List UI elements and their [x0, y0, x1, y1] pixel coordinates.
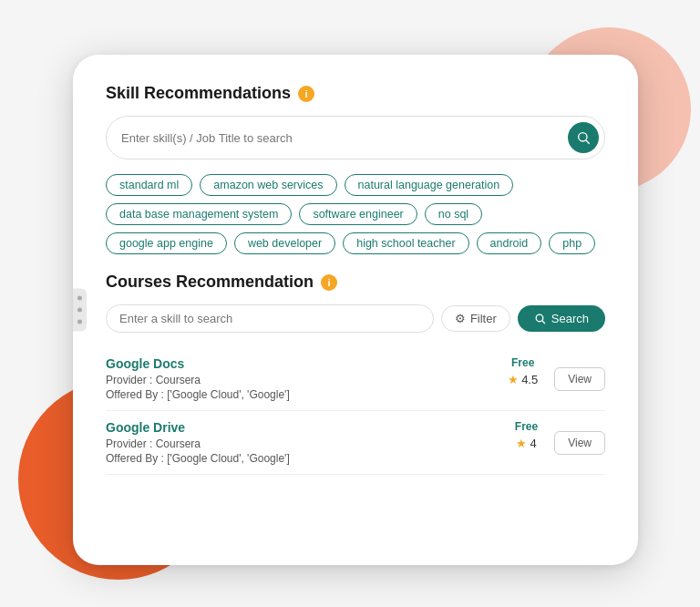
courses-section-header: Courses Recommendation i: [106, 273, 605, 292]
star-icon: ★: [508, 373, 519, 386]
skill-tag[interactable]: android: [477, 232, 542, 254]
courses-search-bar-container: [106, 304, 434, 333]
svg-line-1: [586, 140, 590, 144]
skill-tag[interactable]: google app engine: [106, 232, 227, 254]
courses-title-text: Courses Recommendation: [106, 273, 314, 292]
courses-search-button[interactable]: Search: [518, 305, 605, 332]
skill-tag[interactable]: amazon web services: [200, 174, 336, 196]
courses-search-input[interactable]: [119, 312, 420, 325]
rating-value: 4: [530, 437, 536, 450]
device-frame: Skill Recommendations i standard ml amaz…: [73, 55, 638, 565]
skill-tag[interactable]: natural language generation: [345, 174, 514, 196]
skill-tag[interactable]: standard ml: [106, 174, 192, 196]
course-rating: ★ 4.5: [508, 373, 538, 386]
skill-info-badge[interactable]: i: [298, 86, 314, 102]
course-offered-by: Offered By : ['Google Cloud', 'Google']: [106, 388, 491, 401]
search-btn-label: Search: [551, 312, 589, 325]
device-sidebar: [73, 289, 87, 332]
course-view-button[interactable]: View: [554, 367, 605, 391]
course-title: Google Docs: [106, 356, 491, 371]
filter-label: Filter: [470, 312, 497, 325]
filter-button[interactable]: ⚙ Filter: [441, 305, 510, 332]
sidebar-dot: [77, 320, 82, 324]
course-item: Google Drive Provider : Coursera Offered…: [106, 411, 605, 475]
course-price: Free: [511, 356, 534, 369]
skill-tag[interactable]: web developer: [234, 232, 335, 254]
search-icon: [576, 130, 591, 145]
sidebar-dot: [77, 308, 82, 313]
courses-search-row: ⚙ Filter Search: [106, 304, 605, 333]
rating-value: 4.5: [521, 373, 538, 386]
skill-tag[interactable]: software engineer: [299, 203, 417, 225]
skill-tag[interactable]: high school teacher: [343, 232, 468, 254]
course-provider: Provider : Coursera: [106, 437, 499, 450]
course-meta: Free ★ 4.5: [508, 356, 538, 386]
star-icon: ★: [516, 437, 527, 450]
skill-search-input[interactable]: [121, 131, 568, 145]
search-icon: [534, 313, 546, 324]
courses-section-title: Courses Recommendation i: [106, 273, 337, 292]
course-offered-by: Offered By : ['Google Cloud', 'Google']: [106, 452, 499, 465]
course-info: Google Docs Provider : Coursera Offered …: [106, 356, 491, 401]
svg-point-0: [579, 133, 587, 141]
skill-section-header: Skill Recommendations i: [106, 84, 605, 103]
course-title: Google Drive: [106, 420, 499, 435]
svg-point-2: [536, 314, 543, 322]
course-price: Free: [515, 420, 538, 433]
course-view-button[interactable]: View: [554, 431, 605, 455]
skill-tags-container: standard ml amazon web services natural …: [106, 174, 605, 254]
skill-tag[interactable]: no sql: [425, 203, 482, 225]
skill-tag[interactable]: data base management system: [106, 203, 292, 225]
courses-info-badge[interactable]: i: [321, 274, 337, 291]
svg-line-3: [542, 321, 545, 324]
course-provider: Provider : Coursera: [106, 374, 491, 386]
skill-search-bar: [106, 116, 605, 159]
skill-search-button[interactable]: [568, 122, 599, 153]
course-meta: Free ★ 4: [515, 420, 538, 450]
sidebar-dot: [77, 296, 82, 301]
filter-icon: ⚙: [455, 312, 466, 325]
skill-section-title: Skill Recommendations: [106, 84, 291, 103]
course-info: Google Drive Provider : Coursera Offered…: [106, 420, 499, 465]
course-rating: ★ 4: [516, 437, 536, 450]
skill-tag[interactable]: php: [549, 232, 595, 254]
course-item: Google Docs Provider : Coursera Offered …: [106, 347, 605, 411]
